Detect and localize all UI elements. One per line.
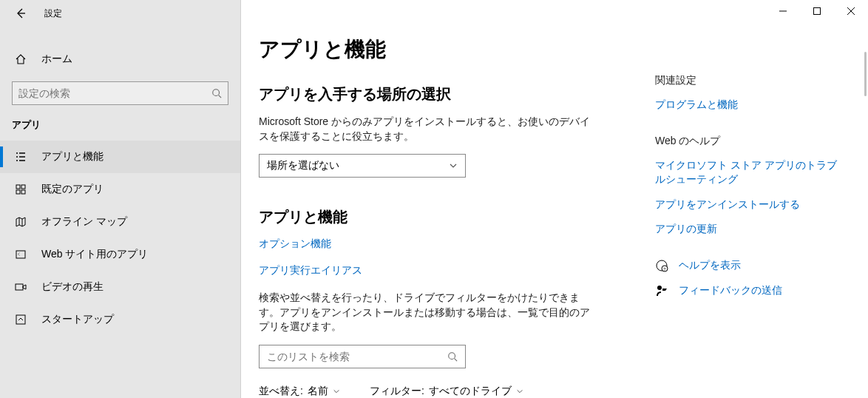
list-icon — [13, 151, 28, 163]
feedback-row[interactable]: フィードバックの送信 — [655, 284, 837, 297]
nav-home-label: ホーム — [41, 53, 72, 66]
source-description: Microsoft Store からのみアプリをインストールすると、お使いのデバ… — [259, 115, 599, 144]
source-select[interactable]: 場所を選ばない — [259, 154, 466, 178]
settings-window: 設定 ホーム アプリ アプリと機能 既定のアプリ — [0, 0, 868, 398]
sidebar-search-wrap — [0, 74, 240, 105]
svg-point-13 — [657, 286, 662, 290]
svg-rect-2 — [21, 185, 25, 189]
window-controls — [766, 0, 868, 22]
link-uninstall-app[interactable]: アプリをアンインストールする — [655, 198, 837, 212]
website-icon — [13, 249, 28, 260]
svg-rect-1 — [16, 185, 20, 189]
close-button[interactable] — [834, 0, 868, 22]
chevron-down-icon — [333, 388, 340, 395]
maximize-button[interactable] — [800, 0, 834, 22]
filter-label: フィルター: — [370, 385, 424, 398]
video-icon — [13, 281, 28, 293]
arrow-left-icon — [15, 7, 27, 19]
sidebar-item-default-apps[interactable]: 既定のアプリ — [0, 173, 240, 206]
sidebar-item-startup[interactable]: スタートアップ — [0, 303, 240, 336]
sidebar-item-label: 既定のアプリ — [41, 183, 104, 196]
window-title: 設定 — [44, 7, 62, 20]
feedback-icon — [655, 284, 668, 297]
sidebar: 設定 ホーム アプリ アプリと機能 既定のアプリ — [0, 0, 241, 398]
svg-rect-6 — [16, 284, 23, 290]
sidebar-item-label: Web サイト用のアプリ — [41, 248, 148, 261]
sidebar-item-video-playback[interactable]: ビデオの再生 — [0, 271, 240, 303]
sidebar-item-apps-features[interactable]: アプリと機能 — [0, 141, 240, 173]
sort-value: 名前 — [308, 385, 328, 398]
sort-control[interactable]: 並べ替え: 名前 — [259, 385, 340, 398]
feedback-label: フィードバックの送信 — [679, 284, 782, 297]
sidebar-item-label: スタートアップ — [41, 313, 114, 326]
sidebar-item-label: ビデオの再生 — [41, 280, 104, 294]
svg-rect-5 — [16, 251, 25, 258]
sidebar-item-label: オフライン マップ — [41, 215, 127, 229]
search-icon — [447, 351, 458, 362]
svg-rect-8 — [814, 8, 821, 15]
sort-filter-row: 並べ替え: 名前 フィルター: すべてのドライブ — [259, 385, 655, 398]
svg-rect-3 — [16, 190, 20, 194]
map-icon — [13, 216, 28, 228]
app-list-search-input[interactable] — [267, 351, 447, 362]
right-pane: 関連設定 プログラムと機能 Web のヘルプ マイクロソフト ストア アプリのト… — [655, 0, 855, 398]
web-help-section: Web のヘルプ マイクロソフト ストア アプリのトラブルシューティング アプリ… — [655, 135, 837, 237]
section-title-apps: アプリと機能 — [259, 207, 655, 227]
sidebar-item-offline-maps[interactable]: オフライン マップ — [0, 206, 240, 238]
sidebar-item-label: アプリと機能 — [41, 150, 104, 163]
nav-home[interactable]: ホーム — [0, 44, 240, 74]
link-app-alias[interactable]: アプリ実行エイリアス — [259, 264, 655, 277]
startup-icon — [13, 314, 28, 326]
svg-point-9 — [449, 353, 455, 360]
page-title: アプリと機能 — [259, 36, 655, 64]
chevron-down-icon — [449, 161, 458, 170]
minimize-button[interactable] — [766, 0, 800, 22]
help-row[interactable]: ? ヘルプを表示 — [655, 259, 837, 272]
filter-control[interactable]: フィルター: すべてのドライブ — [370, 385, 523, 398]
sidebar-section-label: アプリ — [0, 105, 240, 141]
svg-rect-7 — [16, 315, 25, 324]
defaults-icon — [13, 183, 28, 195]
app-list-search[interactable] — [259, 345, 466, 368]
scrollbar-thumb[interactable] — [864, 52, 867, 96]
sort-label: 並べ替え: — [259, 385, 303, 398]
link-store-troubleshoot[interactable]: マイクロソフト ストア アプリのトラブルシューティング — [655, 158, 837, 187]
section-title-source: アプリを入手する場所の選択 — [259, 84, 655, 104]
help-icon: ? — [655, 259, 668, 272]
svg-rect-4 — [21, 190, 25, 194]
source-select-value: 場所を選ばない — [267, 159, 339, 172]
apps-description: 検索や並べ替えを行ったり、ドライブでフィルターをかけたりできます。アプリをアンイ… — [259, 291, 599, 334]
svg-point-0 — [213, 90, 220, 96]
filter-value: すべてのドライブ — [429, 385, 512, 398]
search-icon — [211, 88, 222, 98]
titlebar: 設定 — [0, 0, 240, 27]
main-area: アプリと機能 アプリを入手する場所の選択 Microsoft Store からの… — [241, 0, 868, 398]
sidebar-item-website-apps[interactable]: Web サイト用のアプリ — [0, 238, 240, 271]
back-button[interactable] — [6, 0, 35, 27]
web-help-title: Web のヘルプ — [655, 135, 837, 148]
chevron-down-icon — [516, 388, 523, 395]
related-settings-section: 関連設定 プログラムと機能 — [655, 74, 837, 112]
content: アプリと機能 アプリを入手する場所の選択 Microsoft Store からの… — [241, 0, 655, 398]
link-programs-features[interactable]: プログラムと機能 — [655, 98, 837, 112]
home-icon — [13, 53, 28, 65]
sidebar-search[interactable] — [12, 81, 228, 105]
link-update-app[interactable]: アプリの更新 — [655, 222, 837, 237]
sidebar-search-input[interactable] — [18, 87, 211, 99]
related-settings-title: 関連設定 — [655, 74, 837, 87]
help-label: ヘルプを表示 — [679, 259, 741, 272]
link-optional-features[interactable]: オプション機能 — [259, 237, 655, 251]
